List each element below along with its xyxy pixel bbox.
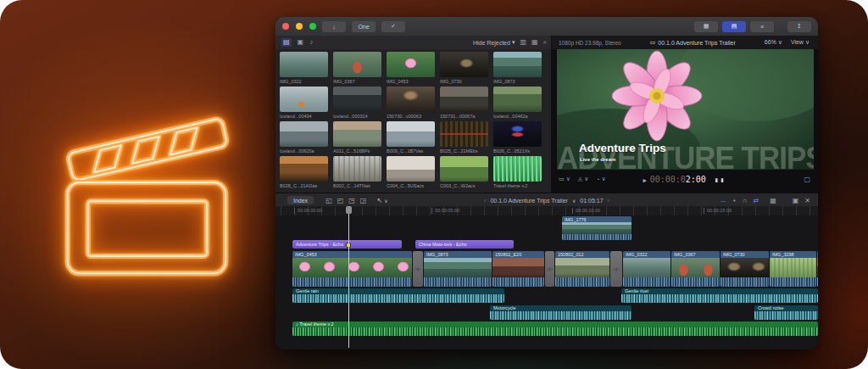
history-forward-icon[interactable]: › (608, 198, 609, 204)
snapping-icon[interactable]: ✕ (804, 197, 810, 204)
viewer-zoom-select[interactable]: 66% ∨ (765, 39, 782, 46)
browser-clip[interactable]: 150731...00067a (440, 87, 488, 119)
inspector-button[interactable]: ≡ (750, 21, 774, 32)
clip-thumbnail[interactable] (387, 156, 435, 182)
append-edit-icon[interactable]: ◳ (348, 197, 355, 204)
keyword-one-button[interactable]: One (352, 21, 376, 32)
clip-thumbnail[interactable] (387, 52, 435, 77)
playhead-line[interactable] (348, 206, 349, 348)
close-button[interactable] (282, 23, 289, 30)
clip-thumbnail[interactable] (333, 156, 381, 182)
clip-thumbnail[interactable] (280, 156, 328, 182)
connect-edit-icon[interactable]: ◱ (326, 197, 332, 204)
clip-thumbnail[interactable] (333, 52, 381, 77)
connected-clip[interactable]: IMG_1776 (562, 216, 632, 240)
playhead-handle[interactable] (346, 206, 352, 214)
sidebar-music-icon[interactable]: ♪ (309, 39, 313, 46)
browser-clip[interactable]: C003_C...W2acs (440, 156, 488, 188)
music-clip[interactable]: ♪ Travel theme v.2 (292, 321, 818, 336)
clip-thumbnail[interactable] (440, 52, 488, 77)
clip-thumbnail[interactable] (493, 121, 542, 147)
browser-view-button[interactable]: ▦ (694, 21, 718, 32)
clip-thumbnail[interactable] (493, 156, 542, 182)
clip-appearance-button[interactable]: ▣ (793, 197, 799, 204)
audio-clip[interactable]: Crowd noise (754, 305, 818, 320)
insert-edit-icon[interactable]: ◰ (337, 197, 344, 204)
position-tool-icon[interactable]: + (732, 197, 737, 204)
audio-clip[interactable]: Gentle rain (292, 288, 504, 303)
browser-clip[interactable]: IMG_0367 (333, 52, 381, 84)
transition-clip[interactable]: ◁▷ (413, 251, 423, 287)
zoom-button[interactable] (309, 23, 316, 30)
clip-thumbnail[interactable] (387, 121, 435, 147)
browser-clip[interactable]: Iceland...00620a (280, 121, 328, 154)
viewer-video-frame[interactable]: ADVENTURE TRIPS Adventure Trips Live the… (557, 49, 814, 170)
browser-clip[interactable]: C004_C...5USacs (387, 156, 435, 188)
search-icon[interactable]: ⌕ (543, 39, 547, 46)
skimming-icon[interactable]: ⇄ (753, 197, 759, 204)
favorite-check-button[interactable]: ✓ (381, 21, 405, 32)
browser-clip[interactable]: IMG_0453 (387, 52, 435, 84)
timeline-project-switcher[interactable]: ‹ 00.1.0 Adventure Trips Trailer ∨ 01:05… (437, 198, 657, 204)
clip-thumbnail[interactable] (333, 87, 381, 112)
browser-clip[interactable]: B026_C...0521Xs (493, 121, 542, 154)
audio-clip[interactable]: Motorcycle (490, 305, 632, 320)
browser-clip[interactable]: Iceland...000314 (333, 87, 381, 119)
clip-thumbnail[interactable] (440, 156, 488, 182)
video-clip[interactable]: IMG_0873 (424, 251, 492, 287)
clip-thumbnail[interactable] (280, 87, 328, 112)
browser-clip[interactable]: IMG_0873 (493, 52, 542, 84)
sidebar-photos-icon[interactable]: ▣ (298, 39, 304, 46)
clip-thumbnail[interactable] (493, 87, 542, 112)
clip-appearance-icon[interactable]: ▥ (520, 39, 526, 46)
video-clip[interactable]: IMG_0322 (623, 251, 670, 287)
video-clip[interactable]: IMG_0367 (671, 251, 720, 287)
video-clip[interactable]: IMG_0730 (721, 251, 769, 287)
browser-clip[interactable]: 150730...v00063 (387, 87, 435, 119)
clip-thumbnail[interactable] (333, 121, 381, 147)
transition-clip[interactable]: ◁▷ (610, 251, 622, 287)
filmstrip-view-icon[interactable]: ▦ (531, 39, 538, 46)
browser-clip[interactable]: B028_C...21AGas (280, 156, 328, 188)
index-button[interactable]: Index (287, 196, 314, 204)
filter-dropdown[interactable]: Hide Rejected ▾ (473, 39, 515, 46)
video-clip[interactable]: 150802_012 (555, 251, 609, 287)
browser-clip[interactable]: B002_C...14TNas (333, 156, 381, 188)
video-clip[interactable]: IMG_3298 (770, 251, 816, 287)
video-clip[interactable]: IMG_0453 (292, 251, 412, 287)
video-clip[interactable]: 15... (817, 251, 818, 287)
import-media-button[interactable]: ↓ (322, 21, 346, 32)
play-icon[interactable]: ▶ (643, 177, 646, 184)
audio-waveform (292, 294, 504, 303)
share-button[interactable]: ↥ (787, 21, 811, 32)
overwrite-edit-icon[interactable]: ◲ (360, 197, 367, 204)
browser-clip[interactable]: B025_C...21MEbs (440, 121, 488, 154)
browser-clip[interactable]: A011_C...516BPs (333, 121, 381, 154)
browser-clip[interactable]: IMG_0322 (280, 52, 328, 84)
audio-meters-icon[interactable]: ▮▮ (715, 176, 726, 184)
clip-thumbnail[interactable] (493, 52, 542, 77)
audio-clip[interactable]: Gentle river (621, 288, 818, 303)
browser-clip[interactable]: IMG_0730 (440, 52, 488, 84)
clip-thumbnail[interactable] (440, 121, 488, 147)
clip-thumbnail[interactable] (387, 87, 435, 112)
title-clip[interactable]: China Moto-trek - Echo (415, 240, 514, 249)
browser-clip[interactable]: Iceland...00462a (493, 87, 542, 119)
timeline-view-button[interactable]: ▤ (722, 21, 746, 32)
video-clip[interactable]: 150802_E20 (492, 251, 544, 287)
viewer-view-select[interactable]: View ∨ (791, 39, 810, 46)
clip-thumbnail[interactable] (280, 52, 328, 77)
pointer-tool-dropdown[interactable]: ↖ ∨ (376, 197, 387, 204)
clip-filter-icon[interactable]: ▦ (770, 197, 776, 204)
sidebar-media-icon[interactable]: ▤ (281, 38, 292, 47)
audition-icon[interactable]: ∩ (743, 197, 748, 204)
browser-clip[interactable]: B009_C...1B7Vas (387, 121, 435, 154)
trim-tool-icon[interactable]: ↔ (720, 197, 726, 204)
transition-clip[interactable]: ◁▷ (545, 251, 554, 287)
clip-thumbnail[interactable] (440, 87, 488, 112)
history-back-icon[interactable]: ‹ (484, 198, 486, 204)
clip-thumbnail[interactable] (280, 121, 328, 147)
minimize-button[interactable] (296, 23, 303, 30)
browser-clip[interactable]: Iceland...00494 (280, 87, 328, 119)
browser-clip[interactable]: Travel theme v.2 (493, 156, 542, 188)
